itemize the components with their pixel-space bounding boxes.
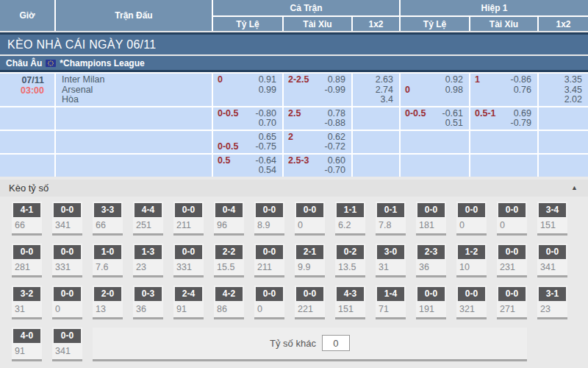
- score-chip[interactable]: 3-3: [94, 203, 121, 217]
- score-chip[interactable]: 0-0: [296, 287, 323, 301]
- score-section-header[interactable]: Kèo tỷ số ▲: [0, 180, 588, 197]
- one-x-two-cell-h1[interactable]: [539, 155, 588, 177]
- one-x-two-cell-h1[interactable]: 3.353.452.02: [539, 74, 588, 106]
- one-x-two-cell-ft[interactable]: [353, 131, 399, 153]
- score-chip[interactable]: 0-1: [377, 203, 404, 217]
- score-chip[interactable]: 0-0: [256, 203, 283, 217]
- score-cell[interactable]: 0-00: [497, 202, 527, 236]
- one-x-two-cell-h1[interactable]: [539, 131, 588, 153]
- score-cell[interactable]: 0-0231: [497, 244, 527, 277]
- score-chip[interactable]: 4-1: [13, 203, 40, 217]
- score-cell[interactable]: 0-0271: [497, 286, 527, 319]
- odds-value[interactable]: 0.98: [445, 85, 463, 96]
- score-cell[interactable]: 1-07.6: [93, 244, 123, 277]
- score-chip[interactable]: 0-4: [215, 203, 243, 217]
- score-cell[interactable]: 0-00: [52, 286, 82, 319]
- over-under-cell-ft[interactable]: 2.5-30.60-0.70: [284, 155, 351, 177]
- score-chip[interactable]: 0-0: [498, 287, 526, 301]
- score-chip[interactable]: 0-0: [417, 203, 445, 217]
- over-under-cell-h1[interactable]: 0.5-10.69-0.79: [470, 107, 537, 130]
- odds-value[interactable]: -0.80: [256, 109, 277, 119]
- odds-value[interactable]: -0.88: [325, 118, 346, 129]
- odds-value[interactable]: 0.76: [514, 85, 531, 96]
- score-chip[interactable]: 1-1: [337, 203, 364, 217]
- score-cell[interactable]: 0-00: [254, 286, 284, 319]
- score-cell[interactable]: 2-19.9: [295, 244, 325, 277]
- one-x-two-cell-h1[interactable]: [539, 107, 588, 130]
- score-chip[interactable]: 4-2: [215, 287, 243, 301]
- score-chip[interactable]: 0-0: [498, 203, 526, 217]
- score-cell[interactable]: 4-3151: [335, 286, 365, 319]
- score-chip[interactable]: 0-0: [54, 329, 81, 343]
- score-chip[interactable]: 0-0: [54, 287, 81, 301]
- score-cell[interactable]: 0-0181: [416, 202, 446, 236]
- odds-value[interactable]: 0.70: [259, 118, 276, 129]
- odds-value[interactable]: 3.45: [543, 85, 582, 96]
- score-cell[interactable]: 2-013: [93, 286, 123, 319]
- handicap-cell-ft[interactable]: 0.5-0.640.54: [213, 155, 282, 177]
- handicap-cell-ft[interactable]: 0-0.5-0.800.70: [213, 107, 282, 130]
- score-cell[interactable]: 4-286: [214, 286, 244, 319]
- score-chip[interactable]: 0-3: [135, 287, 162, 301]
- odds-value[interactable]: -0.61: [442, 109, 464, 119]
- score-cell[interactable]: 4-166: [12, 202, 42, 236]
- score-cell[interactable]: 0-0191: [416, 286, 446, 319]
- odds-value[interactable]: 0.92: [445, 75, 463, 85]
- handicap-cell-ft[interactable]: 00.910.99: [213, 74, 282, 106]
- odds-value[interactable]: 0.54: [259, 166, 276, 176]
- score-cell[interactable]: 0-0341: [52, 328, 82, 361]
- score-chip[interactable]: 2-4: [175, 287, 202, 301]
- odds-value[interactable]: -0.64: [256, 156, 277, 166]
- handicap-cell-h1[interactable]: 0-0.5-0.610.51: [401, 107, 469, 130]
- score-chip[interactable]: 1-4: [377, 287, 404, 301]
- over-under-cell-ft[interactable]: 2.50.78-0.88: [284, 107, 351, 130]
- odds-value[interactable]: 0.62: [328, 132, 345, 143]
- score-chip[interactable]: 3-0: [377, 245, 404, 259]
- score-cell[interactable]: 4-091: [12, 328, 42, 361]
- score-cell[interactable]: 0-0341: [537, 244, 567, 277]
- score-chip[interactable]: 0-0: [175, 245, 202, 259]
- one-x-two-cell-ft[interactable]: [353, 155, 399, 177]
- score-cell[interactable]: 4-4251: [133, 202, 163, 236]
- score-chip[interactable]: 1-2: [458, 245, 485, 259]
- score-chip[interactable]: 0-0: [13, 245, 40, 259]
- score-cell[interactable]: 0-0221: [295, 286, 325, 319]
- score-cell[interactable]: 2-215.5: [214, 244, 244, 277]
- over-under-cell-h1[interactable]: 1-0.860.76: [470, 74, 537, 106]
- score-chip[interactable]: 4-0: [13, 329, 40, 343]
- score-cell[interactable]: 0-0331: [52, 244, 82, 277]
- score-cell[interactable]: 0-0211: [173, 202, 204, 236]
- score-chip[interactable]: 2-1: [296, 245, 323, 259]
- score-cell[interactable]: 2-491: [173, 286, 204, 319]
- score-cell[interactable]: 0-00: [295, 202, 325, 236]
- one-x-two-cell-ft[interactable]: [353, 107, 399, 130]
- odds-value[interactable]: 0.78: [328, 109, 345, 119]
- score-chip[interactable]: 2-0: [94, 287, 121, 301]
- score-cell[interactable]: 0-0211: [254, 244, 284, 277]
- score-cell[interactable]: 0-336: [133, 286, 163, 319]
- score-cell[interactable]: 3-231: [12, 286, 42, 319]
- over-under-cell-h1[interactable]: [470, 131, 537, 153]
- score-cell[interactable]: 3-123: [537, 286, 567, 319]
- handicap-cell-h1[interactable]: [401, 131, 469, 153]
- collapse-icon[interactable]: ▲: [571, 184, 578, 191]
- score-chip[interactable]: 0-0: [256, 287, 283, 301]
- odds-value[interactable]: 0.91: [259, 75, 276, 85]
- score-chip[interactable]: 1-3: [135, 245, 162, 259]
- score-chip[interactable]: 0-0: [539, 245, 566, 259]
- score-chip[interactable]: 0-0: [498, 245, 526, 259]
- score-cell[interactable]: 0-08.9: [254, 202, 284, 236]
- score-chip[interactable]: 0-0: [175, 203, 202, 217]
- score-cell[interactable]: 0-17.8: [376, 202, 406, 236]
- score-cell[interactable]: 1-16.2: [335, 202, 365, 236]
- score-chip[interactable]: 3-2: [13, 287, 40, 301]
- score-chip[interactable]: 0-0: [54, 245, 81, 259]
- score-chip[interactable]: 0-2: [337, 245, 364, 259]
- odds-value[interactable]: 0.69: [514, 109, 531, 119]
- odds-value[interactable]: 0.99: [259, 85, 276, 96]
- odds-value[interactable]: -0.70: [325, 166, 346, 176]
- odds-value[interactable]: 2.74: [357, 85, 393, 96]
- score-chip[interactable]: 2-3: [417, 245, 445, 259]
- score-cell[interactable]: 0-0331: [173, 244, 204, 277]
- score-cell[interactable]: 0-00: [456, 202, 487, 236]
